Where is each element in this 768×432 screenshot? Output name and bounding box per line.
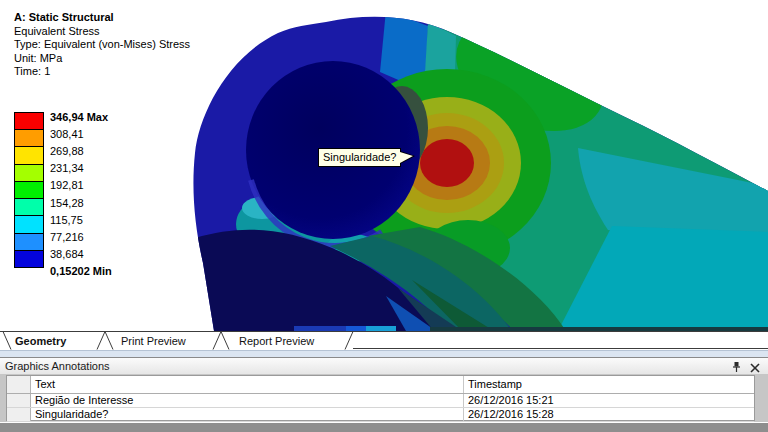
legend-value-label: 231,34 (50, 162, 84, 174)
result-info-block: A: Static Structural Equivalent Stress T… (14, 11, 190, 79)
legend-color-cell (14, 112, 44, 130)
table-row[interactable]: Região de Interesse 26/12/2016 15:21 (7, 394, 754, 408)
annotations-panel-titlebar: Graphics Annotations (0, 357, 768, 374)
legend-color-cell (14, 181, 44, 199)
row-selector[interactable] (7, 394, 31, 407)
legend-value-label: 38,684 (50, 248, 84, 260)
tab-report-preview[interactable]: Report Preview (239, 335, 314, 347)
legend-value-label: 308,41 (50, 128, 84, 140)
annotation-callout[interactable]: Singularidade? (318, 148, 401, 167)
legend-color-cell (14, 129, 44, 147)
window-bottom-edge (0, 422, 768, 432)
legend-color-cell (14, 164, 44, 182)
tab-print-preview[interactable]: Print Preview (121, 335, 186, 347)
result-line: Type: Equivalent (von-Mises) Stress (14, 38, 190, 52)
result-line: Unit: MPa (14, 52, 190, 66)
legend-value-label: 192,81 (50, 179, 84, 191)
legend-value-label: 269,88 (50, 145, 84, 157)
legend-value-label: 346,94 Max (50, 111, 108, 123)
legend-color-cell (14, 233, 44, 251)
legend-value-label: 154,28 (50, 197, 84, 209)
legend-color-cell (14, 198, 44, 216)
tab-geometry[interactable]: Geometry (15, 335, 67, 347)
legend-color-scale (14, 112, 44, 268)
ansys-mechanical-window: A: Static Structural Equivalent Stress T… (0, 0, 768, 432)
legend-value-label: 0,15202 Min (50, 265, 112, 277)
graphics-viewport[interactable]: A: Static Structural Equivalent Stress T… (0, 0, 768, 331)
view-tabstrip: Geometry Print Preview Report Preview (0, 331, 768, 350)
annotations-table-header: Text Timestamp (7, 376, 754, 394)
legend-value-label: 115,75 (50, 214, 83, 226)
annotation-text-cell: Singularidade? (31, 408, 464, 421)
result-title: A: Static Structural (14, 11, 190, 25)
annotation-callout-text: Singularidade? (323, 151, 396, 163)
annotation-timestamp-cell: 26/12/2016 15:21 (464, 394, 754, 407)
table-row[interactable]: Singularidade? 26/12/2016 15:28 (7, 408, 754, 422)
annotations-table: Text Timestamp Região de Interesse 26/12… (0, 374, 768, 422)
legend-color-cell (14, 146, 44, 164)
annotation-text-cell: Região de Interesse (31, 394, 464, 407)
column-header-text[interactable]: Text (31, 376, 464, 393)
annotation-timestamp-cell: 26/12/2016 15:28 (464, 408, 754, 421)
legend-color-cell (14, 250, 44, 268)
legend-color-cell (14, 215, 44, 233)
column-header-timestamp[interactable]: Timestamp (464, 376, 754, 393)
row-selector-header (7, 376, 31, 393)
result-line: Time: 1 (14, 65, 190, 79)
splitter-strip[interactable] (0, 350, 768, 357)
hotspot-red-core (420, 139, 474, 187)
row-selector[interactable] (7, 408, 31, 421)
legend-value-label: 77,216 (50, 231, 84, 243)
result-line: Equivalent Stress (14, 25, 190, 39)
annotations-panel-title: Graphics Annotations (5, 360, 110, 372)
